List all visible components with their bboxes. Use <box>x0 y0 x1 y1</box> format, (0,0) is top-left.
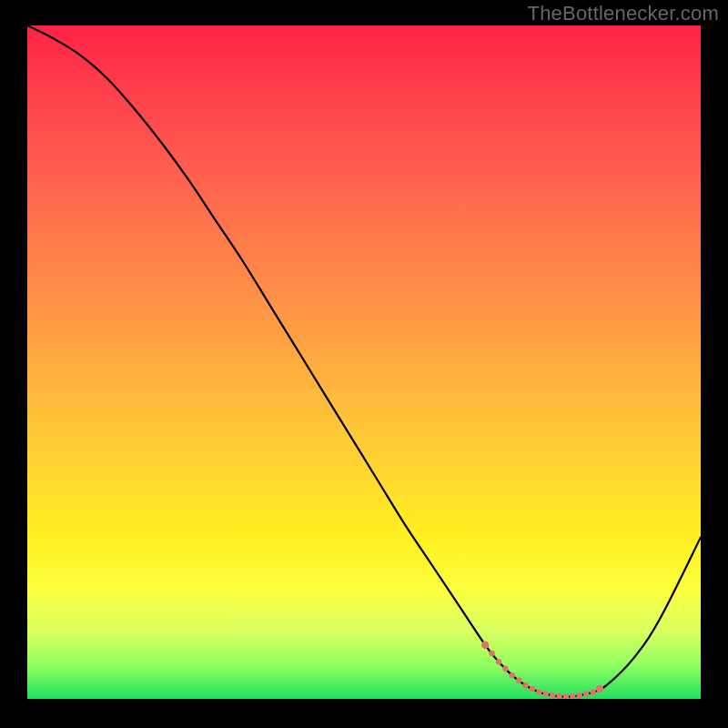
bottleneck-curve <box>27 25 701 697</box>
highlight-dot <box>510 672 515 678</box>
highlight-dot <box>522 682 528 688</box>
highlight-dot <box>489 651 494 656</box>
highlight-dot <box>583 691 589 696</box>
highlight-dot <box>570 693 575 699</box>
highlight-dot <box>550 693 555 698</box>
watermark-text: TheBottleneсker.com <box>528 2 719 25</box>
highlight-dot <box>481 642 489 649</box>
highlight-dot <box>516 677 521 682</box>
flat-minimum-highlight <box>481 642 603 699</box>
highlight-dot <box>577 693 582 698</box>
highlight-dot <box>563 694 569 699</box>
highlight-dot <box>502 666 508 672</box>
highlight-dot <box>590 689 595 694</box>
curve-layer <box>27 25 701 699</box>
highlight-dot <box>543 691 549 696</box>
highlight-dot <box>556 693 561 699</box>
highlight-dot <box>530 686 535 692</box>
gradient-plot-area <box>27 25 701 699</box>
highlight-dot <box>596 685 603 693</box>
chart-frame: TheBottleneсker.com <box>0 0 728 728</box>
highlight-dot <box>496 659 501 664</box>
highlight-dot <box>536 689 541 694</box>
